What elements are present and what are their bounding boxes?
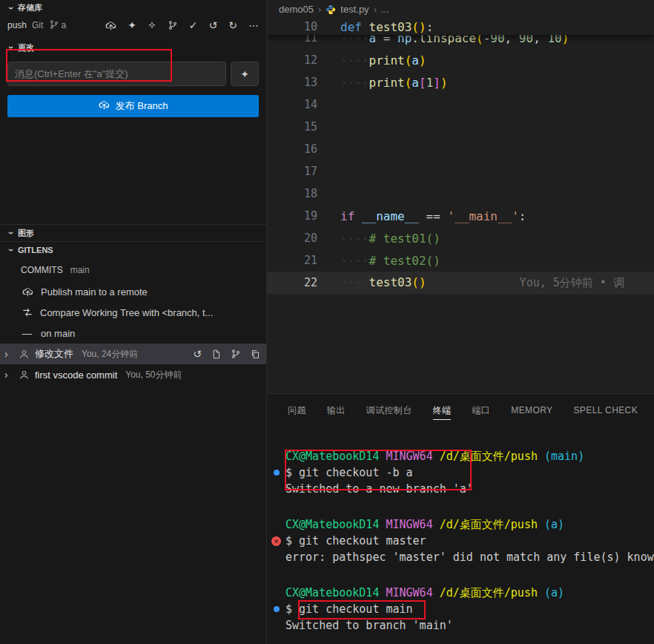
changes-section-header[interactable]: › 更改 [0, 39, 266, 56]
terminal-path: /d/桌面文件/push [440, 450, 538, 463]
terminal-text [538, 586, 544, 599]
chevron-right-icon[interactable]: › [4, 369, 13, 381]
sticky-line-code: def test03(): [340, 20, 433, 34]
cloud-upload-icon[interactable] [22, 286, 33, 298]
gitlens-action-item[interactable]: —on main [0, 323, 266, 344]
terminal-output-line: Switched to branch 'main' [285, 617, 654, 634]
code-token: def [340, 20, 362, 34]
repositories-section-header[interactable]: › 存储库 [0, 0, 266, 16]
whitespace-dots: ···· [340, 76, 369, 90]
panel-tab-spell-check[interactable]: SPELL CHECK [573, 394, 638, 427]
commit-message-input[interactable]: 消息(Ctrl+Enter 在"a"提交) [7, 62, 226, 86]
panel-tab-调试控制台[interactable]: 调试控制台 [366, 394, 412, 427]
open-changes-icon[interactable] [211, 349, 221, 359]
commit-check-icon[interactable]: ✓ [189, 19, 198, 31]
breadcrumb-folder[interactable]: demo05 [279, 4, 314, 15]
chevron-down-icon: › [6, 42, 16, 53]
more-actions-icon[interactable]: ⋯ [248, 19, 259, 31]
code-token: - [483, 35, 491, 45]
terminal-text [538, 450, 544, 463]
commit-list-item[interactable]: ›first vscode commitYou, 50分钟前 [0, 364, 266, 385]
inline-blame-annotation: You, 5分钟前 • 调 [520, 276, 624, 289]
code-token: linspace [419, 35, 476, 45]
terminal-command-line: ✕$ git checkout master [285, 533, 654, 549]
code-token: __name__ [362, 209, 419, 223]
branch-icon[interactable] [231, 349, 241, 359]
generate-commit-message-button[interactable]: ✦ [231, 62, 259, 86]
code-line[interactable]: 20····# test01() [267, 227, 654, 249]
undo-icon[interactable]: ↺ [193, 348, 202, 360]
terminal-output: error: pathspec 'master' did not match a… [285, 551, 654, 564]
avatar [19, 369, 30, 381]
dash-icon: — [22, 328, 32, 339]
discard-icon[interactable]: ↺ [209, 19, 218, 31]
panel-tab-memory[interactable]: MEMORY [511, 394, 552, 427]
code-line[interactable]: 17 [267, 160, 654, 183]
gitlens-section-header[interactable]: › GITLENS [0, 241, 266, 257]
terminal-content[interactable]: CX@MatebookD14 MINGW64 /d/桌面文件/push (mai… [267, 427, 654, 644]
panel-tab-终端[interactable]: 终端 [433, 394, 452, 427]
chevron-right-icon[interactable]: › [4, 348, 13, 360]
line-content: ····print(a) [340, 53, 426, 68]
publish-branch-button[interactable]: 发布 Branch [7, 95, 259, 117]
gitlens-action-item[interactable]: Compare Working Tree with <branch, t... [0, 302, 266, 323]
code-line[interactable]: 18 [267, 183, 654, 205]
panel-tab-端口[interactable]: 端口 [472, 394, 490, 427]
commit-graph-icon[interactable] [168, 20, 178, 30]
commits-label: COMMITS [21, 265, 63, 275]
breadcrumb-file[interactable]: test.py [340, 4, 369, 15]
command-success-icon [274, 606, 280, 612]
code-line[interactable]: 11····a = np.linspace(-90, 90, 10) [267, 35, 654, 49]
current-branch-indicator[interactable]: a [49, 19, 66, 32]
code-token: ) [562, 35, 569, 45]
code-token: test03 [369, 275, 412, 289]
commit-meta: You, 24分钟前 [82, 348, 138, 361]
sparkle-icon[interactable]: ✦ [128, 19, 136, 31]
terminal-branch: (a) [544, 518, 564, 531]
terminal-output: Switched to a new branch 'a' [285, 482, 473, 496]
editor-column: demo05 › test.py › ... 10 def test03(): [267, 0, 654, 644]
code-editor[interactable]: demo05 › test.py › ... 10 def test03(): [267, 0, 654, 393]
sparkle-alt-icon[interactable]: ✧ [148, 19, 156, 31]
panel-tab-输出[interactable]: 输出 [327, 394, 346, 427]
code-token: ( [412, 20, 419, 34]
bottom-panel: 问题输出调试控制台终端端口MEMORYSPELL CHECK CX@Matebo… [267, 393, 654, 644]
copy-icon[interactable] [251, 349, 260, 359]
scm-provider-label: Git [32, 20, 43, 30]
code-token: [ [419, 76, 426, 90]
scm-repo-toolbar: push Git a ✦✧✓↺↻⋯ [0, 16, 266, 35]
code-token: ) [440, 76, 448, 90]
repo-name: push [7, 20, 27, 30]
commit-list-item[interactable]: ›修改文件You, 24分钟前↺ [0, 344, 266, 364]
code-line[interactable]: 22····test03()You, 5分钟前 • 调 [267, 272, 654, 294]
code-line[interactable]: 13····print(a[1]) [267, 71, 654, 93]
code-lines: 11····a = np.linspace(-90, 90, 10)12····… [267, 35, 654, 393]
terminal-branch: (a) [544, 586, 564, 599]
code-line[interactable]: 21····# test02() [267, 249, 654, 272]
code-token: # test02() [369, 254, 440, 268]
code-line[interactable]: 12····print(a) [267, 49, 654, 71]
code-token: if [340, 209, 354, 223]
line-number: 12 [267, 53, 317, 67]
code-line[interactable]: 15 [267, 116, 654, 138]
commits-branch-label: main [70, 265, 90, 275]
code-token: a [412, 53, 419, 68]
breadcrumb-symbol[interactable]: ... [381, 4, 389, 15]
graph-section-header[interactable]: › 图形 [0, 225, 266, 241]
gitlens-action-item[interactable]: Publish main to a remote [0, 281, 266, 302]
code-line[interactable]: 14 [267, 93, 654, 116]
code-line[interactable]: 16 [267, 138, 654, 160]
changes-title: 更改 [18, 42, 34, 53]
sticky-line-number: 10 [267, 20, 317, 33]
panel-tab-bar: 问题输出调试控制台终端端口MEMORYSPELL CHECK [267, 394, 654, 427]
code-line[interactable]: 19if __name__ == '__main__': [267, 205, 654, 227]
terminal-user: CX@MatebookD14 [285, 586, 379, 599]
terminal-command: $ git checkout -b a [285, 466, 413, 479]
compare-icon[interactable] [22, 307, 33, 318]
refresh-icon[interactable]: ↻ [228, 19, 237, 31]
terminal-branch: (main) [544, 450, 584, 463]
publish-changes-icon[interactable] [105, 20, 116, 31]
code-token: , [505, 35, 519, 45]
panel-tab-问题[interactable]: 问题 [288, 394, 306, 427]
sticky-scroll-line[interactable]: 10 def test03(): [267, 19, 654, 35]
